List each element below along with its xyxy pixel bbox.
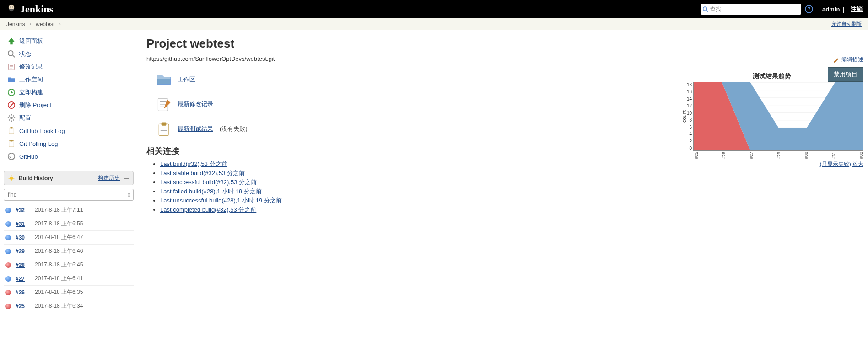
build-row[interactable]: #262017-8-18 上午6:35 [4, 286, 134, 299]
sidebar-item-status[interactable]: 状态 [4, 48, 134, 60]
sidebar-item-github-hook[interactable]: GitHub Hook Log [4, 124, 134, 137]
build-number-link[interactable]: #26 [16, 289, 25, 296]
search-box[interactable] [701, 4, 801, 15]
chart-zoom-link[interactable]: 放大 [852, 161, 863, 167]
status-ball-icon [5, 235, 11, 240]
sidebar-item-label: 工作空间 [19, 75, 43, 84]
build-number-link[interactable]: #25 [16, 303, 25, 309]
edit-description-link[interactable]: 编辑描述 [833, 56, 863, 64]
svg-point-1 [10, 6, 11, 7]
clipboard-icon [156, 121, 172, 137]
permalink-item: Last successful build(#32),53 分之前 [160, 178, 859, 186]
up-arrow-icon [7, 37, 16, 45]
sidebar-item-label: 修改记录 [19, 63, 43, 71]
build-time: 2017-8-18 上午6:34 [35, 302, 83, 310]
build-number-link[interactable]: #27 [16, 276, 25, 282]
permalink-link[interactable]: Last build(#32),53 分之前 [160, 160, 227, 167]
build-find-input[interactable] [7, 190, 128, 199]
svg-rect-26 [10, 140, 12, 142]
build-row[interactable]: #252017-8-18 上午6:34 [4, 299, 134, 313]
logout-link[interactable]: 注销 [851, 5, 863, 13]
permalink-link[interactable]: Last unsuccessful build(#28),1 小时 19 分之前 [160, 197, 282, 204]
build-number-link[interactable]: #31 [16, 221, 25, 227]
build-time: 2017-8-18 上午6:41 [35, 275, 83, 282]
sidebar-item-github[interactable]: GitHub [4, 150, 134, 163]
sidebar-item-back[interactable]: 返回面板 [4, 35, 134, 48]
svg-point-3 [703, 7, 707, 11]
status-ball-icon [5, 249, 11, 254]
sidebar-item-configure[interactable]: 配置 [4, 112, 134, 124]
svg-point-14 [10, 117, 12, 119]
breadcrumb-item[interactable]: Jenkins [6, 21, 25, 27]
permalink-item: Last failed build(#28),1 小时 19 分之前 [160, 187, 859, 196]
permalink-link[interactable]: Last failed build(#28),1 小时 19 分之前 [160, 188, 262, 195]
sidebar-item-label: 返回面板 [19, 37, 43, 45]
sidebar-item-changes[interactable]: 修改记录 [4, 60, 134, 73]
status-ball-icon [5, 262, 11, 268]
sidebar-item-label: 状态 [19, 50, 31, 58]
sidebar-item-git-polling[interactable]: Git Polling Log [4, 137, 134, 150]
help-icon[interactable]: ? [805, 5, 813, 13]
svg-rect-25 [9, 141, 14, 147]
sidebar-item-label: 立即构建 [19, 88, 43, 96]
main-panel: Project webtest https://github.com/Sunfl… [137, 30, 868, 318]
chart-title: 测试结果趋势 [680, 72, 863, 80]
search-icon [702, 6, 708, 12]
chart-ylabel: count [680, 82, 687, 151]
build-row[interactable]: #292017-8-18 上午6:46 [4, 245, 134, 258]
permalink-link[interactable]: Last stable build(#32),53 分之前 [160, 170, 245, 176]
build-number-link[interactable]: #28 [16, 262, 25, 268]
search-icon [7, 50, 16, 58]
chart-xaxis: #25#26#27#29#30#31#32 [680, 152, 863, 159]
build-row[interactable]: #322017-8-18 上午7:11 [4, 203, 134, 217]
build-time: 2017-8-18 上午6:35 [35, 288, 83, 296]
sidebar-item-delete[interactable]: 删除 Project [4, 99, 134, 112]
sidebar-item-workspace[interactable]: 工作空间 [4, 73, 134, 86]
permalink-item: Last completed build(#32),53 分之前 [160, 206, 859, 214]
svg-point-5 [8, 51, 13, 56]
svg-point-28 [10, 176, 13, 179]
build-row[interactable]: #302017-8-18 上午6:47 [4, 231, 134, 245]
test-result-note: (没有失败) [220, 125, 248, 133]
build-row[interactable]: #272017-8-18 上午6:41 [4, 272, 134, 286]
svg-line-20 [13, 120, 14, 121]
build-row[interactable]: #282017-8-18 上午6:45 [4, 258, 134, 272]
chevron-right-icon: › [30, 21, 31, 27]
chart-yaxis: 181614121086420 [687, 82, 693, 151]
jenkins-icon [5, 3, 17, 15]
clear-icon[interactable]: x [128, 192, 130, 198]
build-history-list: #322017-8-18 上午7:11#312017-8-18 上午6:55#3… [4, 203, 134, 313]
svg-rect-24 [10, 127, 12, 129]
user-link[interactable]: admin [822, 6, 840, 13]
build-number-link[interactable]: #29 [16, 248, 25, 255]
status-ball-icon [5, 208, 11, 213]
repo-url: https://github.com/SunflowerOptDevs/webt… [146, 55, 859, 62]
build-history-find[interactable]: x [4, 189, 134, 201]
build-history-title: Build History [19, 175, 53, 181]
status-ball-icon [5, 304, 11, 309]
svg-point-2 [12, 6, 13, 7]
svg-line-19 [9, 116, 10, 117]
pencil-icon [833, 57, 840, 63]
chart-only-failures-link[interactable]: (只显示失败) [820, 161, 851, 167]
build-time: 2017-8-18 上午6:55 [35, 220, 83, 228]
svg-line-21 [9, 120, 10, 121]
build-time: 2017-8-18 上午6:46 [35, 247, 83, 255]
breadcrumb-item[interactable]: webtest [36, 21, 54, 27]
build-row[interactable]: #312017-8-18 上午6:55 [4, 217, 134, 231]
delete-icon [7, 101, 16, 109]
logo[interactable]: Jenkins [5, 3, 53, 15]
permalink-link[interactable]: Last completed build(#32),53 分之前 [160, 206, 256, 213]
auto-refresh-link[interactable]: 允许自动刷新 [831, 21, 862, 27]
search-input[interactable] [708, 5, 799, 13]
build-trend-link[interactable]: 构建历史 [98, 174, 120, 182]
permalink-link[interactable]: Last successful build(#32),53 分之前 [160, 179, 257, 186]
build-time: 2017-8-18 上午6:47 [35, 234, 83, 241]
build-number-link[interactable]: #30 [16, 234, 25, 241]
breadcrumb: Jenkins › webtest › 允许自动刷新 [0, 18, 868, 30]
top-bar: Jenkins ? admin | 注销 [0, 0, 868, 18]
sidebar-item-build-now[interactable]: 立即构建 [4, 86, 134, 99]
notepad-pencil-icon [156, 96, 172, 112]
build-number-link[interactable]: #32 [16, 207, 25, 213]
collapse-icon[interactable]: — [124, 175, 129, 181]
